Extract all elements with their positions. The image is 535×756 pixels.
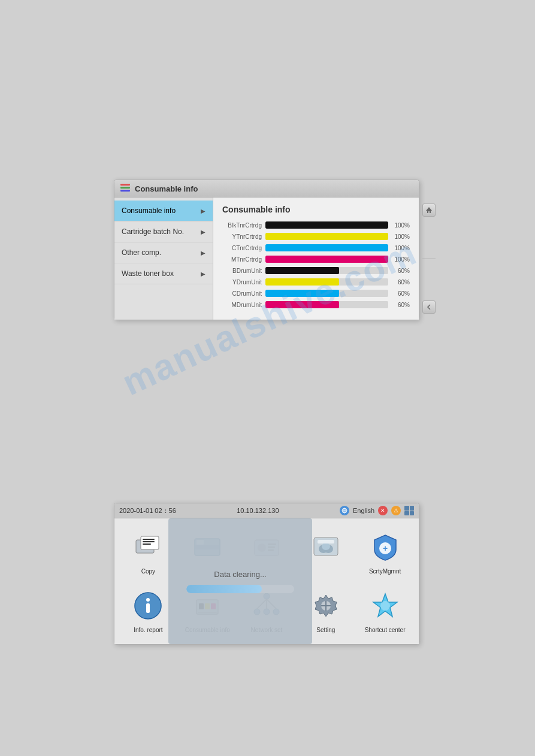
svg-rect-9: [143, 544, 151, 545]
app-label-info-report: Info. report: [134, 627, 162, 633]
app-label-scrty-mgmt: ScrtyMgmnt: [369, 568, 401, 575]
status-language: English: [353, 507, 374, 514]
progress-bar-fill-m-tnr: [265, 256, 388, 263]
sidebar-label-other-comp: Other comp.: [122, 248, 161, 257]
status-grid-btn[interactable]: [404, 506, 414, 515]
progress-bars: BlkTnrCrtrdg100%YTnrCrtrdg100%CTnrCrtrdg…: [222, 221, 410, 308]
progress-row-y-tnr: YTnrCrtrdg100%: [222, 233, 410, 240]
sidebar: Consumable info ▶ Cartridge batch No. ▶ …: [114, 198, 213, 320]
svg-rect-7: [143, 539, 155, 540]
status-bar: 2020-01-01 02：56 10.10.132.130 English ✕…: [114, 503, 419, 518]
icon-bar-green: [120, 187, 130, 189]
progress-label-blk-tnr: BlkTnrCrtrdg: [222, 222, 265, 229]
right-nav: [422, 198, 436, 320]
data-clearing-text: Data clearing...: [214, 570, 266, 579]
status-right: English ✕ ⚠: [340, 506, 414, 515]
progress-bar-bg-c-drum: [265, 290, 388, 297]
data-clearing-overlay: Data clearing...: [168, 518, 312, 644]
sidebar-arrow-other-comp: ▶: [201, 250, 205, 256]
panel-title: Consumable info: [135, 184, 198, 193]
sidebar-arrow-cartridge-batch: ▶: [201, 229, 205, 235]
header-icon: [120, 184, 130, 193]
panel-body: Consumable info ▶ Cartridge batch No. ▶ …: [114, 198, 419, 320]
sidebar-item-other-comp[interactable]: Other comp. ▶: [114, 242, 213, 263]
progress-bar-fill-y-tnr: [265, 233, 388, 240]
progress-label-c-drum: CDrumUnit: [222, 290, 265, 297]
app-label-shortcut-center: Shortcut center: [365, 627, 406, 633]
progress-row-c-tnr: CTnrCrtrdg100%: [222, 244, 410, 251]
app-grid-wrapper: Copy + ScrtyMgmnt Info. report: [114, 518, 419, 644]
progress-pct-c-drum: 60%: [392, 290, 410, 297]
progress-row-c-drum: CDrumUnit60%: [222, 290, 410, 297]
clearing-progress-fill: [186, 585, 262, 593]
sidebar-arrow-consumable-info: ▶: [201, 208, 205, 214]
app-icon-copy: [130, 529, 166, 565]
progress-bar-fill-blk-tnr: [265, 221, 388, 229]
consumable-info-panel: Consumable info Consumable info ▶ Cartri…: [114, 180, 419, 320]
svg-text:+: +: [383, 544, 388, 553]
app-icon-shortcut-center: [367, 588, 403, 624]
sidebar-item-cartridge-batch[interactable]: Cartridge batch No. ▶: [114, 221, 213, 242]
svg-rect-6: [141, 536, 159, 549]
app-item-info-report[interactable]: Info. report: [120, 583, 176, 638]
nav-divider: [422, 259, 436, 259]
progress-bar-bg-b-drum: [265, 267, 388, 274]
globe-icon[interactable]: [340, 506, 349, 515]
progress-bar-bg-m-tnr: [265, 256, 388, 263]
progress-label-m-tnr: MTnrCrtrdg: [222, 256, 265, 263]
sidebar-label-cartridge-batch: Cartridge batch No.: [122, 227, 184, 236]
progress-row-m-tnr: MTnrCrtrdg100%: [222, 256, 410, 263]
progress-bar-fill-y-drum: [265, 278, 339, 286]
app-item-shortcut-center[interactable]: Shortcut center: [357, 583, 413, 638]
progress-label-c-tnr: CTnrCrtrdg: [222, 245, 265, 251]
sidebar-arrow-waste-toner-box: ▶: [201, 271, 205, 277]
svg-point-21: [322, 543, 330, 550]
svg-rect-27: [146, 603, 150, 613]
nav-back-btn[interactable]: [422, 300, 436, 314]
progress-pct-c-tnr: 100%: [392, 245, 410, 251]
app-icon-info-report: [130, 588, 166, 624]
progress-pct-b-drum: 60%: [392, 268, 410, 274]
progress-pct-y-drum: 60%: [392, 279, 410, 286]
app-icon-scrty-mgmt: +: [367, 529, 403, 565]
progress-bar-fill-c-tnr: [265, 244, 388, 251]
status-close-btn[interactable]: ✕: [378, 506, 388, 515]
progress-pct-y-tnr: 100%: [392, 233, 410, 240]
status-warning-btn[interactable]: ⚠: [391, 506, 401, 515]
progress-row-blk-tnr: BlkTnrCrtrdg100%: [222, 221, 410, 229]
main-content: Consumable info BlkTnrCrtrdg100%YTnrCrtr…: [213, 198, 419, 320]
progress-bar-bg-y-drum: [265, 278, 388, 286]
app-icon-setting: [308, 588, 344, 624]
progress-bar-bg-blk-tnr: [265, 221, 388, 229]
svg-marker-0: [426, 207, 432, 213]
app-item-copy[interactable]: Copy: [120, 524, 176, 579]
progress-label-y-drum: YDrumUnit: [222, 279, 265, 286]
status-datetime: 2020-01-01 02：56: [119, 506, 176, 515]
progress-pct-m-tnr: 100%: [392, 256, 410, 263]
progress-label-y-tnr: YTnrCrtrdg: [222, 233, 265, 240]
progress-row-b-drum: BDrumUnit60%: [222, 267, 410, 274]
app-item-scrty-mgmt[interactable]: + ScrtyMgmnt: [357, 524, 413, 579]
progress-bar-bg-m-drum: [265, 301, 388, 308]
progress-row-y-drum: YDrumUnit60%: [222, 278, 410, 286]
progress-bar-fill-b-drum: [265, 267, 339, 274]
svg-rect-8: [143, 541, 155, 542]
progress-row-m-drum: MDrumUnit60%: [222, 301, 410, 308]
nav-home-btn[interactable]: [422, 204, 436, 217]
progress-bar-fill-m-drum: [265, 301, 339, 308]
panel-header: Consumable info: [114, 180, 419, 198]
status-ip: 10.10.132.130: [182, 507, 334, 514]
svg-point-26: [146, 598, 150, 602]
progress-bar-bg-c-tnr: [265, 244, 388, 251]
progress-bar-fill-c-drum: [265, 290, 339, 297]
progress-pct-blk-tnr: 100%: [392, 222, 410, 229]
progress-label-b-drum: BDrumUnit: [222, 268, 265, 274]
icon-bar-blue: [120, 190, 130, 192]
main-content-title: Consumable info: [222, 205, 410, 214]
sidebar-item-waste-toner-box[interactable]: Waste toner box ▶: [114, 263, 213, 284]
app-icon-cloud: [308, 529, 344, 565]
progress-bar-bg-y-tnr: [265, 233, 388, 240]
sidebar-item-consumable-info[interactable]: Consumable info ▶: [114, 201, 213, 221]
progress-pct-m-drum: 60%: [392, 302, 410, 308]
progress-label-m-drum: MDrumUnit: [222, 302, 265, 308]
